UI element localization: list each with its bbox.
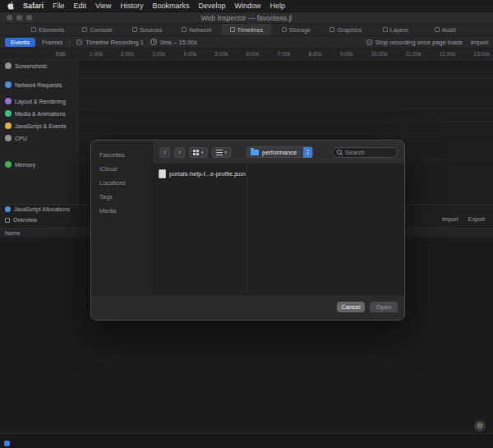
folder-icon	[251, 150, 259, 155]
tab-timelines[interactable]: Timelines	[222, 24, 271, 35]
menu-window[interactable]: Window	[234, 2, 260, 10]
frames-segment[interactable]: Frames	[42, 39, 62, 46]
timelines-toolbar: Events Frames Timeline Recording 1 0ms –…	[0, 36, 493, 48]
timeline-row-network-requests[interactable]: Network Requests	[5, 81, 62, 88]
time-range-label: 0ms – 15.00s	[160, 39, 197, 46]
view-mode-button[interactable]: ▾	[189, 147, 208, 158]
apple-logo-icon[interactable]	[7, 2, 14, 10]
menu-file[interactable]: File	[53, 2, 65, 10]
tab-label: Console	[90, 26, 113, 34]
ruler-tick: 12.00s	[440, 51, 456, 57]
tab-storage[interactable]: Storage	[271, 24, 320, 35]
ruler-tick: 11.00s	[405, 51, 421, 57]
sources-icon	[132, 27, 137, 32]
sidebar-section-tags[interactable]: Tags	[91, 190, 152, 204]
timeline-recording-control[interactable]: Timeline Recording 1	[76, 39, 144, 46]
javascript-events-icon	[5, 122, 12, 129]
menu-help[interactable]: Help	[270, 2, 285, 10]
band-divider	[78, 109, 493, 109]
menu-edit[interactable]: Edit	[74, 2, 87, 10]
band-divider	[78, 121, 493, 122]
tab-layers[interactable]: Layers	[371, 24, 420, 35]
import-button[interactable]: Import	[471, 39, 488, 46]
toolbar-divider	[69, 39, 70, 46]
current-folder-label: performance	[262, 149, 300, 156]
media-animations-icon	[5, 110, 12, 117]
overview-icon	[5, 218, 10, 223]
tab-elements[interactable]: Elements	[23, 24, 72, 35]
events-segment[interactable]: Events	[5, 38, 35, 47]
recording-checkbox[interactable]	[76, 39, 82, 45]
menu-develop[interactable]: Develop	[198, 2, 225, 10]
menu-history[interactable]: History	[120, 2, 143, 10]
ruler-tick: 7.00s	[277, 51, 290, 57]
timeline-row-memory[interactable]: Memory	[5, 161, 35, 168]
timeline-row-javascript-events[interactable]: JavaScript & Events	[5, 122, 67, 129]
name-column-label: Name	[5, 230, 21, 236]
sidebar-section-favorites[interactable]: Favorites	[91, 148, 152, 162]
band-divider	[78, 96, 493, 97]
ruler-tick: 3.00s	[152, 51, 165, 57]
search-icon	[337, 150, 343, 155]
snapshot-import-button[interactable]: Import	[442, 216, 458, 222]
javascript-badge-icon	[4, 441, 10, 446]
javascript-allocations-row[interactable]: JavaScript Allocations	[5, 206, 70, 212]
overview-selector[interactable]: Overview	[5, 217, 37, 223]
ruler-tick: 10.00s	[371, 51, 388, 57]
folder-popup[interactable]: performance ▴▾	[246, 146, 313, 158]
tab-label: Storage	[289, 26, 311, 34]
sidebar-section-media[interactable]: Media	[91, 204, 152, 218]
forward-button[interactable]: ›	[174, 147, 185, 158]
grid-view-icon	[193, 150, 196, 152]
menu-view[interactable]: View	[95, 2, 111, 10]
stop-recording-checkbox[interactable]	[366, 39, 372, 45]
timeline-label: Screenshots	[15, 63, 47, 69]
tab-graphics[interactable]: Graphics	[321, 24, 371, 35]
chevron-down-icon: ▾	[201, 150, 204, 155]
ruler-tick: 5.00s	[214, 51, 228, 57]
elements-icon	[31, 27, 36, 32]
open-button[interactable]: Open	[370, 302, 398, 312]
search-field[interactable]	[332, 147, 398, 158]
memory-icon	[5, 161, 12, 168]
list-view-icon	[216, 152, 223, 153]
timeline-label: JavaScript & Events	[15, 123, 67, 129]
sidebar-section-locations[interactable]: Locations	[91, 176, 152, 190]
tab-network[interactable]: Network	[172, 24, 221, 35]
dialog-footer: Cancel Open	[91, 294, 404, 320]
file-name: portals-help-t...e-profile.json	[169, 170, 246, 178]
group-by-button[interactable]: ▾	[212, 147, 232, 158]
chevron-down-icon: ▾	[225, 150, 228, 155]
bottom-strip	[0, 434, 493, 448]
timeline-row-layout-rendering[interactable]: Layout & Rendering	[5, 98, 66, 104]
dialog-sidebar: Favorites iCloud Locations Tags Media	[91, 141, 153, 294]
back-button[interactable]: ‹	[159, 147, 170, 158]
tab-audit[interactable]: Audit	[421, 24, 470, 35]
timeline-ruler[interactable]: Edit 1.00s 2.00s 3.00s 4.00s 5.00s 6.00s…	[0, 48, 493, 60]
cancel-button[interactable]: Cancel	[337, 302, 365, 312]
menu-bar: Safari File Edit View History Bookmarks …	[0, 0, 493, 12]
column-divider	[246, 164, 247, 294]
menu-bookmarks[interactable]: Bookmarks	[152, 2, 189, 10]
timeline-row-media-animations[interactable]: Media & Animations	[5, 110, 66, 117]
file-item[interactable]: portals-help-t...e-profile.json	[159, 169, 246, 178]
tab-label: Timelines	[237, 26, 264, 34]
snapshot-export-button[interactable]: Export	[468, 216, 485, 222]
recording-label: Timeline Recording 1	[85, 39, 144, 46]
window-title: Web Inspector — favoritess.jl	[0, 14, 493, 22]
file-browser[interactable]: portals-help-t...e-profile.json	[153, 164, 404, 294]
search-input[interactable]	[345, 149, 393, 156]
timeline-row-cpu[interactable]: CPU	[5, 135, 27, 141]
stop-recording-label: Stop recording once page loads	[376, 39, 463, 46]
graphics-icon	[329, 27, 334, 32]
sidebar-section-icloud[interactable]: iCloud	[91, 162, 152, 176]
menu-safari[interactable]: Safari	[23, 2, 44, 10]
gear-icon[interactable]: ⚙	[474, 420, 486, 432]
timeline-row-screenshots[interactable]: Screenshots	[5, 62, 47, 69]
timeline-label: Memory	[15, 162, 35, 168]
tab-sources[interactable]: Sources	[122, 24, 172, 35]
edit-timelines-button[interactable]: Edit	[56, 51, 65, 57]
ruler-ticks: 1.00s 2.00s 3.00s 4.00s 5.00s 6.00s 7.00…	[78, 51, 493, 57]
stop-recording-option[interactable]: Stop recording once page loads	[366, 39, 463, 46]
tab-console[interactable]: Console	[72, 24, 122, 35]
